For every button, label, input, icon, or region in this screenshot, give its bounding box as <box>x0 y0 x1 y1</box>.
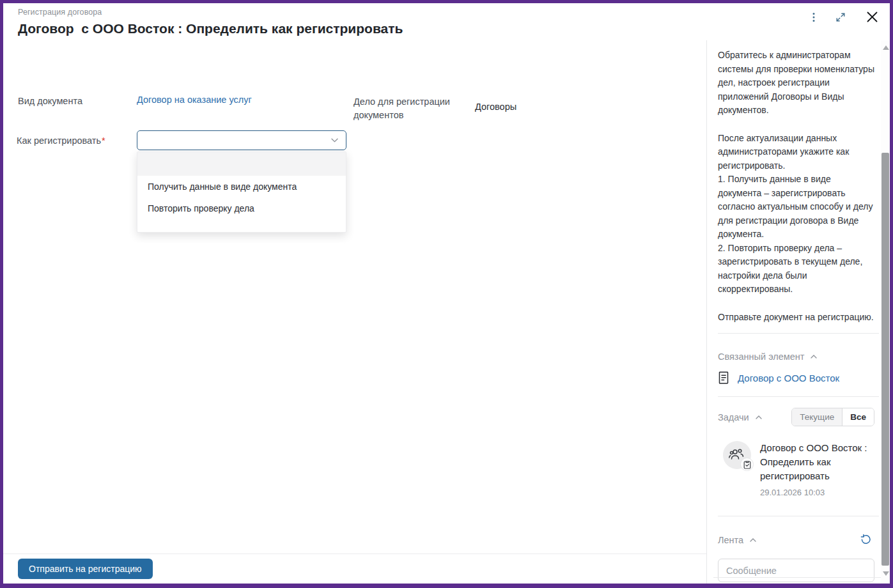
related-section-header: Связанный элемент <box>718 352 874 362</box>
help-paragraph-4: 2. Повторить проверку дела – зарегистрир… <box>718 242 874 297</box>
case-value: Договоры <box>475 102 516 112</box>
feed-refresh-button[interactable] <box>857 531 874 548</box>
scrollbar-thumb[interactable] <box>881 153 889 566</box>
dialog-header: Регистрация договора Договор с ООО Восто… <box>3 3 890 40</box>
help-paragraph-3: 1. Получить данные в виде документа – за… <box>718 173 874 242</box>
help-paragraph-5: Отправьте документ на регистрацию. <box>718 311 874 325</box>
help-text: Обратитесь к администраторам системы для… <box>718 49 874 324</box>
close-button[interactable] <box>864 8 881 26</box>
help-paragraph-1: Обратитесь к администраторам системы для… <box>718 49 874 118</box>
feed-section-title: Лента <box>718 535 743 545</box>
how-register-dropdown: Получить данные в виде документа Повтори… <box>137 151 346 233</box>
tasks-filter-group: Текущие Все <box>791 408 874 426</box>
dropdown-option-empty[interactable] <box>137 152 346 176</box>
expand-button[interactable] <box>833 10 848 25</box>
tasks-filter-current-button[interactable]: Текущие <box>792 408 842 426</box>
chevron-down-icon <box>331 138 338 143</box>
sidebar-divider <box>718 333 879 334</box>
kebab-menu-button[interactable] <box>810 10 818 25</box>
tasks-section-header: Задачи Текущие Все <box>718 408 874 426</box>
expand-icon <box>835 12 846 22</box>
clipboard-check-icon <box>740 458 754 471</box>
sidebar-divider <box>718 516 879 516</box>
tasks-collapse-button[interactable] <box>754 414 763 421</box>
how-register-label: Как регистрировать* <box>17 135 105 146</box>
chevron-up-icon <box>811 355 817 359</box>
scroll-up-arrow-icon[interactable] <box>883 45 889 50</box>
feed-section-header: Лента <box>718 531 874 548</box>
sidebar-divider <box>713 577 881 578</box>
close-icon <box>866 11 878 23</box>
kebab-menu-icon <box>812 12 815 22</box>
task-title[interactable]: Договор с ООО Восток : Определить как ре… <box>760 441 874 483</box>
page-title: Договор с ООО Восток : Определить как ре… <box>18 21 877 36</box>
doc-type-label: Вид документа <box>18 96 82 106</box>
dropdown-option-recheck-case[interactable]: Повторить проверку дела <box>137 197 346 219</box>
sidebar-divider <box>718 396 879 397</box>
info-sidebar: Обратитесь к администраторам системы для… <box>706 40 890 584</box>
form-footer: Отправить на регистрацию <box>3 553 706 584</box>
refresh-undo-icon <box>860 534 872 546</box>
related-collapse-button[interactable] <box>809 353 818 360</box>
chevron-up-icon <box>750 538 756 542</box>
required-asterisk: * <box>102 135 105 146</box>
breadcrumb: Регистрация договора <box>18 8 877 17</box>
task-timestamp: 29.01.2026 10:03 <box>760 488 874 497</box>
related-item-link[interactable]: Договор с ООО Восток <box>738 373 839 383</box>
dropdown-option-get-data[interactable]: Получить данные в виде документа <box>137 176 346 197</box>
help-paragraph-2: После актуализации данных администратора… <box>718 132 874 173</box>
registration-dialog: Регистрация договора Договор с ООО Восто… <box>0 0 893 588</box>
submit-registration-button[interactable]: Отправить на регистрацию <box>18 559 153 579</box>
case-label: Дело для регистрации документов <box>353 95 456 122</box>
tasks-section-title: Задачи <box>718 412 749 422</box>
feed-collapse-button[interactable] <box>749 537 757 543</box>
message-input[interactable] <box>718 559 874 582</box>
form-area: Вид документа Договор на оказание услуг … <box>3 40 706 584</box>
task-avatar <box>723 441 751 469</box>
scroll-down-arrow-icon[interactable] <box>883 571 889 576</box>
header-actions <box>810 8 881 26</box>
chevron-up-icon <box>756 415 762 419</box>
sidebar-scrollbar[interactable] <box>881 40 890 584</box>
task-list-item[interactable]: Договор с ООО Восток : Определить как ре… <box>718 441 874 497</box>
how-register-select[interactable] <box>137 130 346 150</box>
document-icon <box>718 371 729 384</box>
doc-type-link[interactable]: Договор на оказание услуг <box>137 95 252 105</box>
tasks-filter-all-button[interactable]: Все <box>842 408 874 426</box>
related-section-title: Связанный элемент <box>718 352 804 362</box>
related-item: Договор с ООО Восток <box>718 371 874 384</box>
